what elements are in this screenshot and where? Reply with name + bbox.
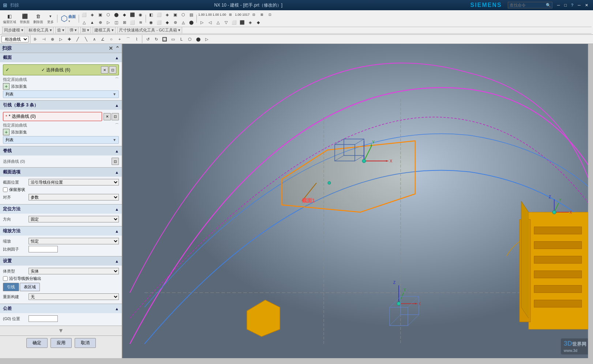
tb-icon-a8[interactable]: ◆ <box>255 19 262 26</box>
tb-icon-25[interactable]: ◆ <box>164 19 171 26</box>
sec-tb-fill[interactable]: ⬤ <box>195 35 202 43</box>
sec-tb-arr[interactable]: ▷ <box>203 35 210 43</box>
tb-btn-offset-region[interactable]: ◧ 偏置区域 <box>1 12 18 25</box>
select-curve-box-1[interactable]: ✓ ✓ 选择曲线 (6) ✕ ⊡ <box>3 64 119 75</box>
spine-filter-btn[interactable]: ⊡ <box>112 158 119 165</box>
tb-btn-more[interactable]: ▾ 更多 <box>45 12 56 25</box>
tb-icon-20[interactable]: ▣ <box>172 11 179 18</box>
tb-icon-12[interactable]: ▷ <box>105 19 112 26</box>
tb-icon-23[interactable]: ◉ <box>147 19 155 26</box>
section-settings-collapse[interactable]: ▲ <box>115 259 119 263</box>
section-cutface-header[interactable]: 截面 ▲ <box>0 53 122 62</box>
list-row-2[interactable]: 列表 ▼ <box>3 136 119 144</box>
sec-tb-r3[interactable]: 🔲 <box>161 35 168 43</box>
panel-close-btn[interactable]: ✕ <box>109 45 113 51</box>
scale-select[interactable]: 恒定 <box>29 238 119 244</box>
tab-guide[interactable]: 引线 <box>3 283 19 291</box>
specify-origin-icon-2[interactable]: ⌒ <box>115 123 119 128</box>
sec-tb-angle2[interactable]: ∠ <box>99 35 106 43</box>
close-btn2[interactable]: ✕ <box>583 3 590 8</box>
sec-tb-parallel[interactable]: ⊪ <box>32 35 39 43</box>
scale-factor-input[interactable]: 1.0000 <box>29 246 58 252</box>
tb-icon-11[interactable]: ⊕ <box>97 19 104 26</box>
section-spine-collapse[interactable]: ▲ <box>115 149 119 153</box>
tb-icon-a7[interactable]: ◈ <box>247 19 254 26</box>
select-curve-clear-btn-2[interactable]: ✕ <box>104 113 111 120</box>
tb-icon-6[interactable]: ◆ <box>121 11 128 18</box>
sec-tb-diag[interactable]: ╲ <box>82 35 90 43</box>
tb-icon-a2[interactable]: ◁ <box>206 19 214 26</box>
tb-group-add[interactable]: 加 ▾ <box>80 27 91 34</box>
maximize-btn[interactable]: □ <box>562 3 568 8</box>
add-set-1[interactable]: + 添加新集 <box>3 83 119 90</box>
minimize-btn[interactable]: ─ <box>555 3 562 8</box>
sec-tb-angle1[interactable]: ∧ <box>91 35 98 43</box>
tb-group-spring[interactable]: 弹 ▾ <box>68 27 79 34</box>
tb-btn-delete-face[interactable]: 🗑 删除面 <box>32 12 45 25</box>
location-select[interactable]: 沿引导线任何位置 <box>29 179 119 185</box>
direction-select[interactable]: 固定 <box>29 216 119 222</box>
tb-icon-26[interactable]: ⊛ <box>172 19 179 26</box>
tb-icon-a6[interactable]: ⬛ <box>239 19 246 26</box>
tb-group-gear[interactable]: 齿 ▾ <box>55 27 66 34</box>
section-tolerance-header[interactable]: 公差 ▲ <box>0 304 122 313</box>
tb-group-sync[interactable]: 同步建模 ▾ <box>2 27 25 34</box>
tb-icon-27[interactable]: ◬ <box>180 19 187 26</box>
tb-btn-replace-face[interactable]: ⬛ 替换面 <box>18 12 31 25</box>
tab-area[interactable]: 表区域 <box>20 283 40 291</box>
vp-scrollbar[interactable] <box>588 44 593 358</box>
section-guide-header[interactable]: 引线（最多 3 条） ▲ <box>0 101 122 110</box>
tb-icon-16[interactable]: ≋ <box>137 19 144 26</box>
tb-icon-5[interactable]: ⬤ <box>113 11 120 18</box>
section-position-header[interactable]: 定位方法 ▲ <box>0 204 122 214</box>
tb-icon-dim1[interactable]: ⊞ <box>227 11 234 18</box>
viewport[interactable]: X Y X Y Z X Y Z <box>123 44 593 358</box>
tb-icon-1[interactable]: ⬜ <box>80 11 88 18</box>
tb-icon-28[interactable]: ⬤ <box>188 19 195 26</box>
sec-tb-line[interactable]: ╱ <box>74 35 81 43</box>
curve-type-select[interactable]: 相连曲线 单条曲线 <box>1 36 29 42</box>
select-curve-filter-btn-2[interactable]: ⊡ <box>112 113 119 120</box>
select-curve-clear-btn[interactable]: ✕ <box>101 66 108 74</box>
tb-icon-8[interactable]: ◉ <box>137 11 144 18</box>
search-icon[interactable]: 🔍 <box>545 3 552 8</box>
sec-tb-measure[interactable]: ⌇ <box>133 35 140 43</box>
tb-icon-4[interactable]: ⬡ <box>105 11 112 18</box>
list-row-1[interactable]: 列表 ▼ <box>3 90 119 98</box>
tb-icon-dim3[interactable]: ⊠ <box>258 11 266 18</box>
tb-group-standard[interactable]: 标准化工具 ▾ <box>27 27 54 34</box>
cancel-button[interactable]: 取消 <box>75 338 96 348</box>
tb-icon-22[interactable]: ▤ <box>188 11 195 18</box>
preserve-shape-checkbox[interactable] <box>3 187 8 192</box>
panel-expand-btn[interactable]: ⌃ <box>115 45 120 51</box>
tb-icon-19[interactable]: ◈ <box>164 11 171 18</box>
tb-group-dim[interactable]: 尺寸快速格式化工具 - GC工具箱 ▾ <box>117 27 182 34</box>
section-cutface-options-header[interactable]: 截面选项 ▲ <box>0 168 122 177</box>
body-type-select[interactable]: 实体 <box>29 268 119 274</box>
sec-tb-connect[interactable]: ⊕ <box>49 35 56 43</box>
tb-icon-7[interactable]: ⬛ <box>129 11 136 18</box>
sec-tb-perpendicular[interactable]: ⊣ <box>40 35 48 43</box>
tb-icon-24[interactable]: ⬜ <box>155 19 163 26</box>
tb-icon-a5[interactable]: ⬜ <box>230 19 238 26</box>
sec-tb-r1[interactable]: ↺ <box>144 35 151 43</box>
tb-btn-surface[interactable]: ⬡ 曲面 ▾ <box>59 14 77 24</box>
sec-tb-cross[interactable]: ✚ <box>65 35 73 43</box>
restore-btn[interactable]: ─ <box>576 3 582 8</box>
section-scale-collapse[interactable]: ▲ <box>115 229 119 233</box>
g0-input[interactable]: 0.0010 <box>29 315 58 322</box>
sec-tb-circle[interactable]: ○ <box>108 35 115 43</box>
sec-tb-cube-icon[interactable]: ⬡ <box>186 35 194 43</box>
sec-tb-arc[interactable]: ⌒ <box>124 35 132 43</box>
help-btn[interactable]: ? <box>569 3 575 8</box>
specify-origin-icon-1[interactable]: ⌒ <box>115 77 119 82</box>
tb-icon-9[interactable]: △ <box>80 19 88 26</box>
sec-tb-arrow-r[interactable]: ▷ <box>57 35 64 43</box>
tb-icon-dim2[interactable]: ⊟ <box>250 11 258 18</box>
ok-button[interactable]: 确定 <box>26 338 48 348</box>
tb-icon-15[interactable]: ⬜ <box>129 19 136 26</box>
section-settings-header[interactable]: 设置 ▲ <box>0 256 122 266</box>
section-tolerance-collapse[interactable]: ▲ <box>115 307 119 311</box>
tb-icon-10[interactable]: ▲ <box>89 19 96 26</box>
section-guide-collapse[interactable]: ▲ <box>115 103 119 108</box>
